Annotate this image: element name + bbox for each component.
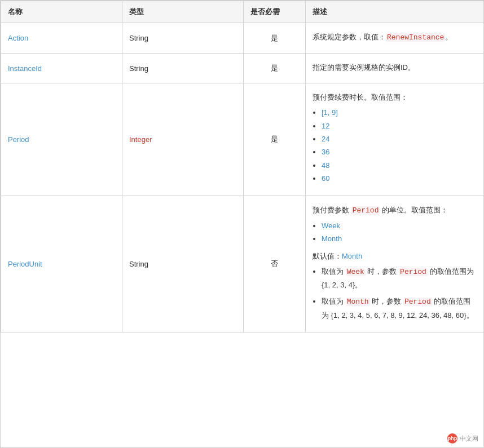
default-month-link[interactable]: Month — [342, 252, 362, 260]
cell-name: Action — [1, 23, 122, 54]
header-name: 名称 — [1, 1, 122, 23]
header-desc: 描述 — [306, 1, 485, 23]
cell-desc: 预付费参数 Period 的单位。取值范围： Week Month 默认值：Mo… — [306, 196, 485, 332]
table-row: Period Integer 是 预付费续费时长。取值范围： [1, 9] 12… — [1, 83, 485, 196]
table-row: Action String 是 系统规定参数，取值：RenewInstance。 — [1, 23, 485, 54]
cell-type: String — [122, 23, 244, 54]
watermark-label: 中文网 — [460, 434, 478, 443]
cell-type: String — [122, 196, 244, 332]
header-required: 是否必需 — [244, 1, 306, 23]
cell-desc: 预付费续费时长。取值范围： [1, 9] 12 24 36 48 60 — [306, 83, 485, 196]
table-row: InstanceId String 是 指定的需要实例规格的实例ID。 — [1, 54, 485, 83]
watermark-icon: php — [447, 433, 457, 443]
cell-name: InstanceId — [1, 54, 122, 83]
period-value-36[interactable]: 36 — [322, 148, 329, 156]
watermark: php 中文网 — [447, 433, 478, 443]
cell-required: 是 — [244, 23, 306, 54]
instanceid-link[interactable]: InstanceId — [8, 64, 42, 73]
integer-type-link[interactable]: Integer — [129, 135, 152, 144]
cell-desc: 指定的需要实例规格的实例ID。 — [306, 54, 485, 83]
period-link[interactable]: Period — [8, 135, 29, 144]
cell-type: Integer — [122, 83, 244, 196]
header-type: 类型 — [122, 1, 244, 23]
cell-desc: 系统规定参数，取值：RenewInstance。 — [306, 23, 485, 54]
periodunit-link[interactable]: PeriodUnit — [8, 260, 42, 268]
table-row: PeriodUnit String 否 预付费参数 Period 的单位。取值范… — [1, 196, 485, 332]
api-table: 名称 类型 是否必需 描述 Action String 是 系统规定参数，取值：… — [0, 0, 484, 448]
month-link[interactable]: Month — [322, 234, 342, 243]
cell-name: Period — [1, 83, 122, 196]
period-value-12[interactable]: 12 — [322, 122, 329, 130]
cell-type: String — [122, 54, 244, 83]
cell-name: PeriodUnit — [1, 196, 122, 332]
cell-required: 否 — [244, 196, 306, 332]
week-link[interactable]: Week — [322, 221, 340, 230]
action-link[interactable]: Action — [8, 34, 28, 42]
cell-required: 是 — [244, 54, 306, 83]
period-value-1[interactable]: [1, 9] — [322, 108, 338, 117]
period-value-60[interactable]: 60 — [322, 174, 329, 183]
period-value-24[interactable]: 24 — [322, 135, 329, 143]
cell-required: 是 — [244, 83, 306, 196]
period-value-48[interactable]: 48 — [322, 161, 329, 170]
